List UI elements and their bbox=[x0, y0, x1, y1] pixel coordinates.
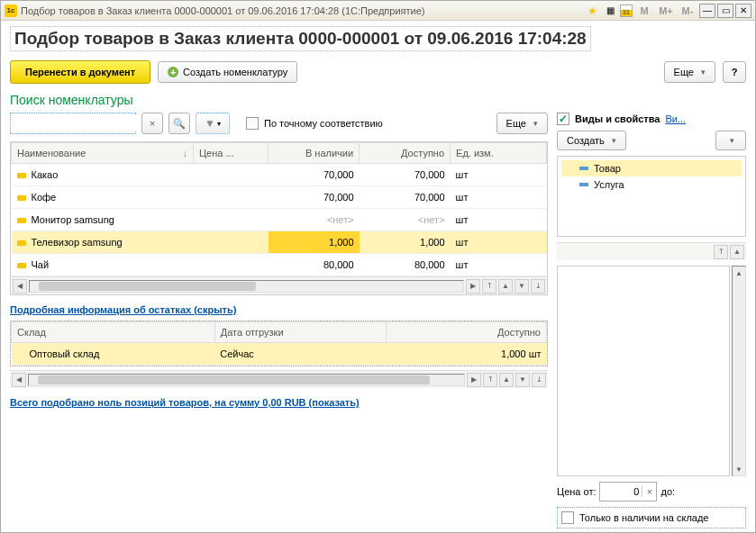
col-price[interactable]: Цена ... bbox=[193, 143, 268, 164]
table-row[interactable]: Монитор samsung <нет> <нет> шт bbox=[12, 209, 547, 231]
table-row[interactable]: Какао 70,000 70,000 шт bbox=[12, 164, 547, 186]
nav-first-icon[interactable]: ⤒ bbox=[714, 245, 728, 259]
funnel-icon: ▼ bbox=[205, 117, 215, 130]
scroll-right-icon[interactable]: ▶ bbox=[466, 279, 480, 294]
summary-link[interactable]: Всего подобрано ноль позиций товаров, на… bbox=[10, 397, 360, 408]
col-warehouse[interactable]: Склад bbox=[12, 322, 215, 343]
minimize-icon[interactable]: — bbox=[699, 4, 715, 18]
only-stock-checkbox[interactable] bbox=[561, 511, 574, 524]
col-avail[interactable]: Доступно bbox=[360, 143, 451, 164]
hscrollbar[interactable] bbox=[29, 280, 464, 293]
nav-last-icon[interactable]: ⤓ bbox=[532, 373, 546, 387]
filter-button[interactable]: ▼▾ bbox=[196, 113, 230, 134]
window-title: Подбор товаров в Заказ клиента 0000-0000… bbox=[21, 5, 580, 16]
types-heading: Виды и свойства bbox=[575, 113, 660, 124]
search-button[interactable]: 🔍 bbox=[169, 113, 190, 134]
table-row-selected[interactable]: Телевизор samsung 1,000 1,000 шт bbox=[12, 231, 547, 254]
col-ship-date[interactable]: Дата отгрузки bbox=[214, 322, 386, 343]
m-plus-icon[interactable]: M+ bbox=[656, 4, 676, 18]
search-heading: Поиск номенклатуры bbox=[10, 93, 746, 107]
item-icon bbox=[17, 240, 26, 246]
calendar-icon[interactable]: 31 bbox=[620, 5, 633, 17]
details-link[interactable]: Подробная информация об остатках (скрыть… bbox=[10, 304, 236, 315]
types-more-link[interactable]: Ви... bbox=[665, 113, 686, 124]
favorite-icon[interactable]: ★ bbox=[584, 4, 600, 18]
clear-search-button[interactable]: × bbox=[141, 113, 163, 134]
create-nomenclature-label: Создать номенклатуру bbox=[183, 67, 287, 77]
types-checkbox[interactable] bbox=[557, 113, 569, 125]
nav-up-icon[interactable]: ▲ bbox=[499, 373, 514, 387]
search-more-button[interactable]: Еще bbox=[496, 113, 548, 134]
nav-first-icon[interactable]: ⤒ bbox=[483, 373, 497, 387]
close-icon[interactable]: ✕ bbox=[735, 4, 751, 18]
more-button[interactable]: Еще bbox=[664, 61, 715, 83]
exact-match-checkbox[interactable] bbox=[246, 117, 259, 130]
plus-icon: + bbox=[168, 67, 178, 77]
nav-up-icon[interactable]: ▲ bbox=[730, 245, 744, 259]
table-row[interactable]: Кофе 70,000 70,000 шт bbox=[12, 186, 547, 209]
price-from-label: Цена от: bbox=[557, 486, 596, 497]
create-nomenclature-button[interactable]: + Создать номенклатуру bbox=[158, 61, 297, 83]
help-button[interactable]: ? bbox=[723, 61, 746, 83]
transfer-button[interactable]: Перенести в документ bbox=[10, 60, 150, 84]
sort-asc-icon: ↓ bbox=[182, 148, 187, 158]
price-from-input[interactable] bbox=[600, 486, 642, 497]
types-tree: Товар Услуга bbox=[557, 156, 746, 237]
col-avail2[interactable]: Доступно bbox=[386, 322, 546, 343]
vscrollbar[interactable]: ▲▼ bbox=[732, 266, 746, 476]
app-icon: 1c bbox=[5, 5, 17, 17]
properties-box bbox=[557, 266, 730, 476]
col-name[interactable]: Наименование↓ bbox=[12, 143, 194, 164]
maximize-icon[interactable]: ▭ bbox=[717, 4, 733, 18]
scroll-left-icon[interactable]: ◀ bbox=[13, 279, 27, 294]
only-stock-label: Только в наличии на складе bbox=[579, 512, 708, 523]
price-to-label: до: bbox=[660, 486, 675, 497]
nav-first-icon[interactable]: ⤒ bbox=[482, 279, 496, 294]
item-icon bbox=[17, 195, 26, 201]
tree-item-service[interactable]: Услуга bbox=[561, 176, 742, 193]
stock-row[interactable]: Оптовый склад Сейчас 1,000 шт bbox=[12, 343, 547, 366]
items-table: Наименование↓ Цена ... В наличии Доступн… bbox=[10, 141, 548, 295]
m-minus-icon[interactable]: M- bbox=[678, 4, 697, 18]
nav-down-icon[interactable]: ▼ bbox=[515, 279, 529, 294]
scroll-left-icon[interactable]: ◀ bbox=[12, 373, 26, 387]
tree-item-goods[interactable]: Товар bbox=[561, 160, 742, 176]
tree-node-icon bbox=[579, 167, 588, 170]
page-title: Подбор товаров в Заказ клиента 0000-0000… bbox=[10, 26, 591, 51]
m-icon[interactable]: M bbox=[634, 4, 654, 18]
tree-node-icon bbox=[579, 183, 588, 186]
clear-price-from-button[interactable]: × bbox=[642, 486, 656, 497]
hscrollbar[interactable] bbox=[28, 374, 465, 386]
table-row[interactable]: Чай 80,000 80,000 шт bbox=[12, 254, 547, 276]
exact-match-label: По точному соответствию bbox=[264, 118, 383, 129]
nav-up-icon[interactable]: ▲ bbox=[498, 279, 513, 294]
scroll-right-icon[interactable]: ▶ bbox=[467, 373, 481, 387]
grid-icon[interactable]: ▦ bbox=[602, 4, 618, 18]
create-type-button[interactable]: Создать bbox=[557, 131, 626, 150]
item-icon bbox=[17, 173, 26, 178]
col-stock[interactable]: В наличии bbox=[269, 143, 360, 164]
title-bar: 1c Подбор товаров в Заказ клиента 0000-0… bbox=[1, 1, 755, 21]
item-icon bbox=[17, 218, 26, 223]
search-field-wrap bbox=[10, 113, 136, 134]
col-unit[interactable]: Ед. изм. bbox=[451, 143, 547, 164]
types-more-button[interactable] bbox=[715, 131, 746, 150]
stock-table: Склад Дата отгрузки Доступно Оптовый скл… bbox=[10, 321, 548, 366]
search-input[interactable] bbox=[13, 115, 141, 131]
nav-down-icon[interactable]: ▼ bbox=[515, 373, 530, 387]
nav-last-icon[interactable]: ⤓ bbox=[531, 279, 545, 294]
item-icon bbox=[17, 263, 26, 268]
